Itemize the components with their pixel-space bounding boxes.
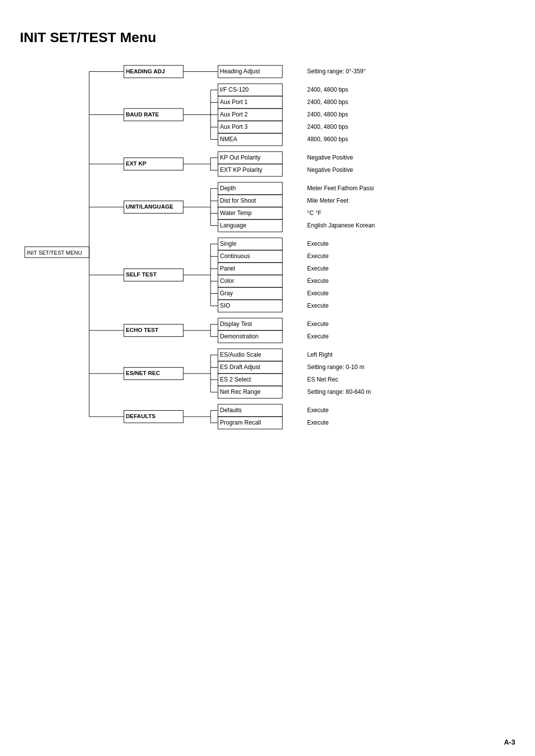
svg-text:HEADING ADJ: HEADING ADJ <box>126 68 165 74</box>
svg-text:Aux Port 1: Aux Port 1 <box>220 99 248 106</box>
svg-text:Gray: Gray <box>220 290 233 297</box>
svg-text:2400, 4800 bps: 2400, 4800 bps <box>307 99 348 106</box>
svg-text:ES/Audio Scale: ES/Audio Scale <box>220 351 262 358</box>
svg-text:Setting range: 0-10 m: Setting range: 0-10 m <box>307 364 364 371</box>
svg-text:SELF TEST: SELF TEST <box>126 271 157 277</box>
svg-text:Display Test: Display Test <box>220 321 252 327</box>
svg-text:INIT SET/TEST MENU: INIT SET/TEST MENU <box>27 250 82 256</box>
svg-text:Program Recall: Program Recall <box>220 419 261 426</box>
page-title: INIT SET/TEST Menu <box>20 30 515 46</box>
svg-text:Single: Single <box>220 240 237 247</box>
svg-text:DEFAULTS: DEFAULTS <box>126 413 156 419</box>
svg-text:Color: Color <box>220 277 234 284</box>
svg-text:Execute: Execute <box>307 253 329 260</box>
svg-text:Heading Adjust: Heading Adjust <box>220 68 260 75</box>
svg-text:EXT KP Polarity: EXT KP Polarity <box>220 166 263 173</box>
svg-text:KP Out Polarity: KP Out Polarity <box>220 154 261 161</box>
svg-text:Setting range: 80-640 m: Setting range: 80-640 m <box>307 388 371 395</box>
svg-text:Dist for Shoot: Dist for Shoot <box>220 197 256 204</box>
svg-text:Meter Feet Fathom Passi: Meter Feet Fathom Passi <box>307 185 374 192</box>
svg-text:EXT KP: EXT KP <box>126 161 147 166</box>
svg-text:Defaults: Defaults <box>220 407 242 414</box>
svg-text:ES 2 Select: ES 2 Select <box>220 376 251 383</box>
menu-tree-diagram: INIT SET/TEST MENUHEADING ADJHeading Adj… <box>20 60 505 445</box>
svg-text:Negative   Positive: Negative Positive <box>307 154 353 161</box>
svg-text:Panel: Panel <box>220 265 235 272</box>
svg-text:Negative   Positive: Negative Positive <box>307 166 353 173</box>
svg-text:Aux Port 3: Aux Port 3 <box>220 123 248 130</box>
svg-text:Mile  Meter  Feet: Mile Meter Feet <box>307 197 349 204</box>
svg-text:ECHO TEST: ECHO TEST <box>126 327 159 333</box>
svg-text:Demonstration: Demonstration <box>220 333 259 340</box>
svg-text:UNIT/LANGUAGE: UNIT/LANGUAGE <box>126 204 173 210</box>
svg-text:ES Draft Adjust: ES Draft Adjust <box>220 364 261 371</box>
svg-text:2400, 4800 bps: 2400, 4800 bps <box>307 123 348 130</box>
svg-text:4800, 9600 bps: 4800, 9600 bps <box>307 136 348 143</box>
svg-text:Language: Language <box>220 222 247 229</box>
page-number: A-3 <box>504 738 515 746</box>
svg-text:Execute: Execute <box>307 302 329 309</box>
svg-text:Execute: Execute <box>307 290 329 297</box>
svg-text:English Japanese Korean: English Japanese Korean <box>307 222 375 229</box>
svg-text:Aux Port 2: Aux Port 2 <box>220 111 248 118</box>
svg-text:Continuous: Continuous <box>220 253 250 260</box>
diagram-container: INIT SET/TEST MENUHEADING ADJHeading Adj… <box>20 60 515 445</box>
svg-text:Execute: Execute <box>307 419 329 426</box>
svg-text:Execute: Execute <box>307 407 329 414</box>
svg-text:°C    °F: °C °F <box>307 210 321 216</box>
svg-text:Execute: Execute <box>307 265 329 272</box>
svg-text:Execute: Execute <box>307 240 329 247</box>
svg-text:Execute: Execute <box>307 333 329 340</box>
svg-text:Setting range: 0°-359°: Setting range: 0°-359° <box>307 68 366 75</box>
svg-text:Execute: Execute <box>307 277 329 284</box>
svg-text:Depth: Depth <box>220 185 236 192</box>
svg-text:Net Rec Range: Net Rec Range <box>220 388 261 395</box>
svg-text:2400, 4800 bps: 2400, 4800 bps <box>307 86 348 93</box>
svg-text:SIO: SIO <box>220 302 230 309</box>
svg-text:BAUD RATE: BAUD RATE <box>126 111 159 117</box>
svg-text:I/F CS-120: I/F CS-120 <box>220 86 249 93</box>
svg-text:Water Temp: Water Temp <box>220 210 252 216</box>
svg-text:Left  Right: Left Right <box>307 351 333 358</box>
svg-text:NMEA: NMEA <box>220 136 237 143</box>
svg-text:ES/NET REC: ES/NET REC <box>126 370 160 376</box>
svg-text:2400, 4800 bps: 2400, 4800 bps <box>307 111 348 118</box>
svg-text:Execute: Execute <box>307 321 329 327</box>
svg-text:ES  Net Rec: ES Net Rec <box>307 376 338 383</box>
